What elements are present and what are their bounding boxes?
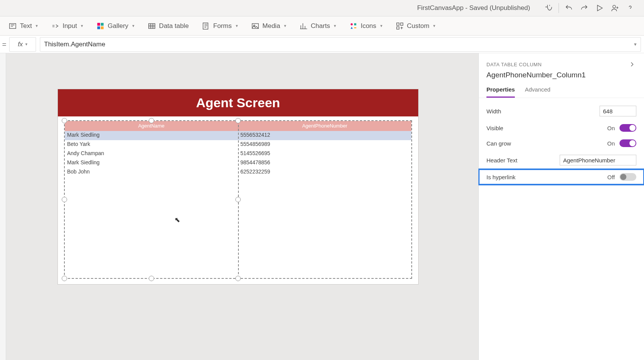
properties-body: Width Visible On Can grow On Header Text <box>479 98 644 188</box>
redo-icon[interactable] <box>577 0 592 16</box>
main-area: Agent Screen AgentName AgentPhoneNumber … <box>0 53 644 360</box>
prop-headertext-label: Header Text <box>486 157 518 164</box>
cangrow-state: On <box>607 140 615 147</box>
ribbon-text[interactable]: Text▾ <box>8 22 38 30</box>
divider <box>559 3 559 13</box>
equals-label: = <box>0 40 7 49</box>
prop-cangrow-label: Can grow <box>486 140 511 147</box>
tab-advanced[interactable]: Advanced <box>525 83 550 98</box>
ishyperlink-toggle[interactable] <box>619 173 636 181</box>
prop-is-hyperlink: Is hyperlink Off <box>479 169 644 185</box>
ribbon-media[interactable]: Media▾ <box>251 22 286 30</box>
prop-visible: Visible On <box>479 120 644 136</box>
cell-phone: 6252232259 <box>238 168 411 177</box>
charts-icon <box>299 22 308 30</box>
ribbon-input-label: Input <box>62 22 77 30</box>
svg-rect-14 <box>396 26 399 29</box>
svg-rect-13 <box>400 23 402 25</box>
ribbon-forms[interactable]: Forms▾ <box>202 22 238 30</box>
health-check-icon[interactable] <box>541 0 556 16</box>
input-icon <box>51 22 59 30</box>
ribbon-custom[interactable]: Custom▾ <box>396 22 436 30</box>
prop-width-label: Width <box>486 108 501 115</box>
forms-icon <box>202 22 210 30</box>
resize-handle[interactable] <box>62 118 67 123</box>
tab-properties[interactable]: Properties <box>486 83 515 98</box>
help-icon[interactable] <box>623 0 638 16</box>
svg-rect-1 <box>10 23 16 28</box>
ribbon-icons[interactable]: Icons▾ <box>349 22 383 30</box>
prop-width: Width <box>479 102 644 120</box>
chevron-down-icon: ▾ <box>380 23 383 28</box>
cangrow-toggle[interactable] <box>619 139 636 147</box>
chevron-down-icon: ▾ <box>36 23 38 28</box>
resize-handle[interactable] <box>235 276 241 281</box>
resize-handle[interactable] <box>235 118 241 123</box>
svg-rect-3 <box>101 23 104 25</box>
column-header-agentphone[interactable]: AgentPhoneNumber <box>238 121 412 131</box>
headertext-input[interactable] <box>560 155 636 165</box>
ribbon-icons-label: Icons <box>361 22 376 30</box>
ribbon-media-label: Media <box>263 22 280 30</box>
resize-handle[interactable] <box>62 276 67 281</box>
ribbon-text-label: Text <box>20 22 32 30</box>
chevron-down-icon: ▾ <box>236 23 238 28</box>
share-user-icon[interactable] <box>607 0 623 16</box>
undo-icon[interactable] <box>561 0 577 16</box>
resize-handle[interactable] <box>149 276 154 281</box>
left-gutter <box>0 53 6 360</box>
insert-ribbon: Text▾ Input▾ Gallery▾ Data table Forms▾ … <box>0 16 644 36</box>
chevron-down-icon: ▾ <box>284 23 286 28</box>
resize-handle[interactable] <box>62 197 67 202</box>
property-selector[interactable]: fx ▾ <box>9 37 36 52</box>
ribbon-custom-label: Custom <box>407 22 430 30</box>
icons-icon <box>349 22 358 30</box>
prop-can-grow: Can grow On <box>479 136 644 151</box>
svg-rect-7 <box>203 23 208 29</box>
formula-expression: ThisItem.AgentName <box>44 41 105 48</box>
svg-point-10 <box>351 23 353 25</box>
ribbon-input[interactable]: Input▾ <box>51 22 83 30</box>
formula-bar: = fx ▾ ThisItem.AgentName ▾ <box>0 36 644 53</box>
title-bar: FirstCanvasApp - Saved (Unpublished) <box>0 0 644 16</box>
data-table-control[interactable]: AgentName AgentPhoneNumber Mark Siedling… <box>64 120 412 279</box>
expand-formula-icon[interactable]: ▾ <box>634 41 637 47</box>
visible-toggle[interactable] <box>619 124 636 132</box>
screen-preview[interactable]: Agent Screen AgentName AgentPhoneNumber … <box>58 89 419 285</box>
cell-phone: 5556532412 <box>238 131 411 140</box>
width-input[interactable] <box>600 106 636 116</box>
resize-handle[interactable] <box>235 197 241 202</box>
chevron-down-icon: ▾ <box>433 23 435 28</box>
chevron-right-icon[interactable] <box>628 60 636 69</box>
formula-input[interactable]: ThisItem.AgentName ▾ <box>40 37 641 52</box>
svg-rect-4 <box>97 26 100 29</box>
svg-point-0 <box>613 5 616 8</box>
screen-title: Agent Screen <box>58 89 418 116</box>
ribbon-data-table[interactable]: Data table <box>148 22 189 30</box>
cell-name: Mark Siedling <box>65 159 238 168</box>
play-icon[interactable] <box>592 0 607 16</box>
app-title: FirstCanvasApp - Saved (Unpublished) <box>417 4 530 12</box>
ribbon-charts-label: Charts <box>311 22 330 30</box>
fx-icon: fx <box>18 41 23 48</box>
prop-header-text: Header Text <box>479 151 644 169</box>
prop-ishyperlink-label: Is hyperlink <box>486 174 516 180</box>
ribbon-charts[interactable]: Charts▾ <box>299 22 336 30</box>
properties-panel: DATA TABLE COLUMN AgentPhoneNumber_Colum… <box>478 53 644 360</box>
cell-phone: 5145526695 <box>238 149 411 159</box>
prop-visible-label: Visible <box>486 125 503 131</box>
gallery-icon <box>96 22 105 30</box>
ishyperlink-state: Off <box>607 174 615 180</box>
canvas-area[interactable]: Agent Screen AgentName AgentPhoneNumber … <box>0 53 478 360</box>
cell-phone: 5554856989 <box>238 140 411 149</box>
svg-rect-11 <box>354 23 356 25</box>
panel-tabs: Properties Advanced <box>479 83 644 98</box>
ribbon-forms-label: Forms <box>213 22 232 30</box>
svg-rect-6 <box>149 23 155 28</box>
resize-handle[interactable] <box>149 118 154 123</box>
cell-name: Bob John <box>65 168 238 177</box>
ribbon-gallery[interactable]: Gallery▾ <box>96 22 135 30</box>
text-icon <box>8 22 17 30</box>
table-icon <box>148 22 156 30</box>
svg-rect-12 <box>396 23 399 25</box>
